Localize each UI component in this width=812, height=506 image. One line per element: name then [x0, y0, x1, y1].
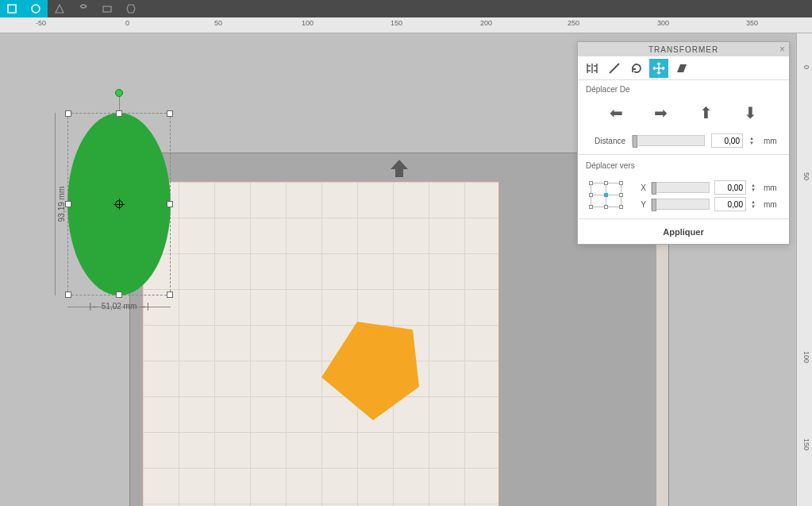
resize-handle-br[interactable]	[167, 292, 173, 298]
ruler-tick: 200	[480, 19, 492, 27]
svg-point-1	[32, 5, 40, 13]
toolbar-button-5[interactable]	[95, 0, 119, 17]
pentagon-shape[interactable]	[314, 315, 425, 427]
ruler-tick: 100	[802, 351, 810, 363]
anchor-tm[interactable]	[604, 181, 608, 185]
section-move-to: Déplacer vers	[578, 156, 789, 173]
y-input[interactable]	[714, 197, 746, 211]
svg-rect-0	[8, 5, 16, 13]
close-icon[interactable]: ×	[779, 44, 786, 55]
ruler-tick: 250	[568, 19, 579, 27]
anchor-ml[interactable]	[589, 193, 593, 197]
distance-label: Distance	[586, 137, 625, 145]
resize-handle-tm[interactable]	[116, 110, 122, 117]
ruler-vertical: 0 50 100 150	[796, 33, 812, 506]
x-label: X	[637, 183, 646, 192]
resize-handle-bl[interactable]	[65, 292, 71, 298]
x-unit: mm	[764, 183, 781, 192]
ruler-tick: 350	[746, 19, 758, 27]
dimension-height-label: 93,19 mm	[57, 187, 66, 222]
anchor-br[interactable]	[619, 205, 623, 209]
toolbar-button-1[interactable]	[0, 0, 24, 17]
selection-bounds	[67, 113, 171, 295]
distance-slider[interactable]	[632, 135, 705, 146]
arrow-right-icon[interactable]: ➡	[654, 103, 668, 122]
svg-marker-3	[321, 322, 419, 420]
anchor-tr[interactable]	[619, 181, 623, 185]
y-row: Y ▲▼ mm	[637, 197, 781, 211]
transform-panel: TRANSFORMER × Déplacer De ⬅ ➡ ⬆ ⬇ Distan…	[577, 41, 790, 245]
tab-align[interactable]	[583, 59, 602, 78]
ruler-tick: 0	[802, 65, 810, 69]
toolbar-button-3[interactable]	[48, 0, 71, 17]
resize-handle-ml[interactable]	[65, 201, 71, 207]
y-label: Y	[637, 200, 646, 209]
panel-header[interactable]: TRANSFORMER ×	[578, 42, 789, 56]
top-toolbar	[0, 0, 812, 17]
dimension-height: 93,19 mm	[48, 113, 62, 295]
y-slider[interactable]	[651, 199, 710, 210]
direction-arrows: ⬅ ➡ ⬆ ⬇	[578, 97, 789, 129]
ruler-tick: 100	[302, 19, 314, 27]
ruler-horizontal: -50 0 50 100 150 200 250 300 350	[0, 17, 812, 33]
arrow-up-icon[interactable]: ⬆	[699, 103, 713, 122]
distance-spinner[interactable]: ▲▼	[749, 136, 757, 145]
ruler-tick: 150	[802, 438, 810, 450]
x-input[interactable]	[714, 180, 746, 195]
section-move-by: Déplacer De	[578, 80, 789, 97]
ellipse-selection[interactable]	[60, 89, 179, 295]
ruler-tick: -50	[36, 19, 46, 27]
svg-rect-2	[103, 6, 111, 12]
arrow-down-icon[interactable]: ⬇	[744, 103, 757, 122]
dimension-width: |← 51,02 mm →|	[67, 299, 171, 314]
ruler-tick: 0	[125, 19, 129, 27]
resize-handle-bm[interactable]	[116, 292, 122, 298]
distance-input[interactable]	[711, 133, 743, 148]
distance-unit: mm	[764, 137, 781, 145]
apply-button[interactable]: Appliquer	[578, 218, 789, 244]
tab-rotate-line[interactable]	[605, 59, 624, 78]
anchor-diagram[interactable]	[587, 180, 624, 211]
x-slider[interactable]	[651, 182, 710, 193]
y-unit: mm	[764, 200, 781, 209]
anchor-tl[interactable]	[589, 181, 593, 185]
anchor-bm[interactable]	[604, 205, 608, 209]
x-spinner[interactable]: ▲▼	[751, 183, 759, 192]
toolbar-button-6[interactable]	[119, 0, 143, 17]
resize-handle-tl[interactable]	[65, 110, 71, 117]
panel-tabs	[578, 56, 789, 80]
ruler-tick: 50	[802, 172, 810, 180]
tab-shear[interactable]	[672, 59, 691, 78]
ruler-tick: 300	[657, 19, 669, 27]
x-row: X ▲▼ mm	[637, 180, 781, 195]
ruler-tick: 50	[214, 19, 222, 27]
toolbar-button-2[interactable]	[24, 0, 48, 17]
dimension-width-label: |← 51,02 mm →|	[89, 302, 148, 311]
anchor-bl[interactable]	[589, 205, 593, 209]
mat-up-arrow-icon	[387, 158, 411, 179]
move-to-row: X ▲▼ mm Y ▲▼ mm	[578, 173, 789, 218]
ruler-tick: 150	[391, 19, 402, 27]
toolbar-button-4[interactable]	[71, 0, 95, 17]
anchor-center[interactable]	[604, 193, 608, 197]
resize-handle-tr[interactable]	[167, 110, 173, 117]
anchor-mr[interactable]	[619, 193, 623, 197]
panel-title: TRANSFORMER	[648, 45, 718, 54]
distance-row: Distance ▲▼ mm	[578, 129, 789, 153]
resize-handle-mr[interactable]	[167, 201, 173, 207]
arrow-left-icon[interactable]: ⬅	[610, 103, 623, 122]
tab-move[interactable]	[649, 59, 668, 78]
y-spinner[interactable]: ▲▼	[751, 199, 759, 209]
tab-rotate[interactable]	[627, 59, 646, 78]
rotation-handle[interactable]	[115, 89, 123, 97]
